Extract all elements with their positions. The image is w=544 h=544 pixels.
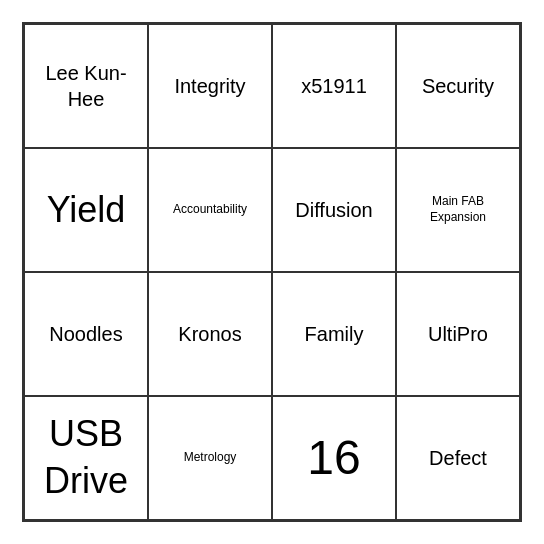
cell-r0c3: Security bbox=[396, 24, 520, 148]
cell-text-r0c2: x51911 bbox=[301, 73, 367, 99]
cell-r0c2: x51911 bbox=[272, 24, 396, 148]
cell-r2c2: Family bbox=[272, 272, 396, 396]
cell-text-r3c0: USB Drive bbox=[33, 411, 139, 505]
cell-r1c2: Diffusion bbox=[272, 148, 396, 272]
cell-text-r1c0: Yield bbox=[47, 187, 126, 234]
cell-text-r1c1: Accountability bbox=[173, 202, 247, 218]
cell-r3c2: 16 bbox=[272, 396, 396, 520]
cell-text-r2c0: Noodles bbox=[49, 321, 122, 347]
cell-r2c0: Noodles bbox=[24, 272, 148, 396]
cell-r2c3: UltiPro bbox=[396, 272, 520, 396]
bingo-card: Lee Kun-HeeIntegrityx51911SecurityYieldA… bbox=[22, 22, 522, 522]
cell-r3c0: USB Drive bbox=[24, 396, 148, 520]
cell-r0c0: Lee Kun-Hee bbox=[24, 24, 148, 148]
cell-text-r3c1: Metrology bbox=[184, 450, 237, 466]
cell-text-r3c3: Defect bbox=[429, 445, 487, 471]
cell-r3c1: Metrology bbox=[148, 396, 272, 520]
cell-text-r2c1: Kronos bbox=[178, 321, 241, 347]
cell-text-r2c2: Family bbox=[305, 321, 364, 347]
cell-r1c0: Yield bbox=[24, 148, 148, 272]
cell-text-r0c1: Integrity bbox=[174, 73, 245, 99]
cell-text-r2c3: UltiPro bbox=[428, 321, 488, 347]
cell-r3c3: Defect bbox=[396, 396, 520, 520]
cell-r1c1: Accountability bbox=[148, 148, 272, 272]
cell-r0c1: Integrity bbox=[148, 24, 272, 148]
cell-text-r3c2: 16 bbox=[307, 427, 360, 489]
cell-text-r1c2: Diffusion bbox=[295, 197, 372, 223]
cell-text-r0c3: Security bbox=[422, 73, 494, 99]
cell-r2c1: Kronos bbox=[148, 272, 272, 396]
cell-text-r1c3: Main FAB Expansion bbox=[405, 194, 511, 225]
cell-text-r0c0: Lee Kun-Hee bbox=[33, 60, 139, 112]
cell-r1c3: Main FAB Expansion bbox=[396, 148, 520, 272]
